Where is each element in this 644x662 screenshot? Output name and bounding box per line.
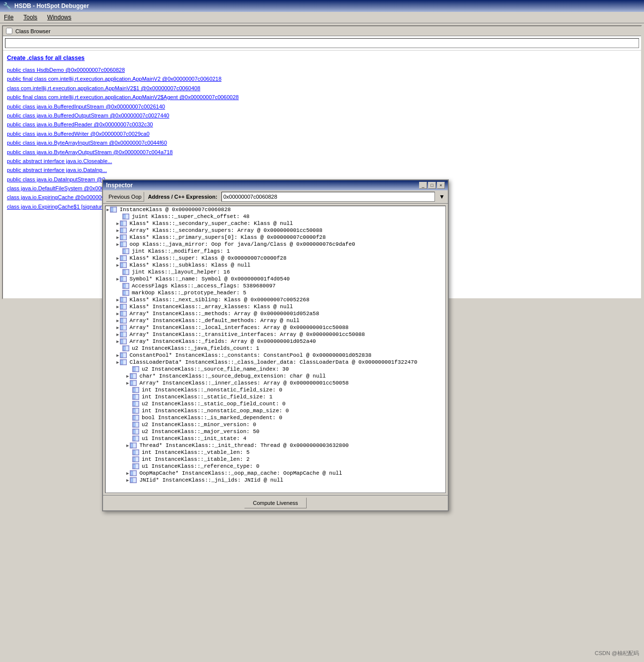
tree-item[interactable]: ▶ Array* InstanceKlass::_local_interface…	[106, 324, 445, 331]
expand-arrow[interactable]: ▶	[116, 242, 119, 247]
tree-item[interactable]: AccessFlags Klass::_access_flags: 538968…	[106, 282, 445, 289]
tree-item[interactable]: int InstanceKlass::_nonstatic_field_size…	[106, 386, 445, 393]
expand-arrow[interactable]: ▶	[116, 332, 119, 337]
dialog-close-btn[interactable]: ×	[437, 182, 445, 189]
menu-windows[interactable]: Windows	[45, 13, 73, 22]
tree-item[interactable]: ▶ ClassLoaderData* InstanceKlass::_class…	[106, 359, 445, 366]
tree-item[interactable]: ▶ Klass* Klass::_super: Klass @ 0x000000…	[106, 255, 445, 262]
expand-arrow[interactable]: ▶	[116, 325, 119, 331]
svg-rect-45	[121, 360, 123, 364]
expand-arrow[interactable]: ▶	[116, 311, 119, 317]
compute-liveness-btn[interactable]: Compute Liveness	[244, 497, 306, 508]
tree-item[interactable]: ▶ Array* InstanceKlass::_fields: Array @…	[106, 338, 445, 345]
tree-item[interactable]: ▶ Array* InstanceKlass::_methods: Array …	[106, 310, 445, 317]
tree-item[interactable]: ▶ Array* InstanceKlass::_transitive_inte…	[106, 331, 445, 338]
expand-arrow[interactable]: ▶	[126, 443, 129, 448]
field-icon	[120, 359, 127, 365]
expand-arrow[interactable]: ▶	[116, 228, 119, 233]
expand-arrow[interactable]: ▶	[116, 297, 119, 303]
tree-item-text: ClassLoaderData* InstanceKlass::_class_l…	[129, 359, 417, 365]
tree-item[interactable]: u2 InstanceKlass::_minor_version: 0	[106, 421, 445, 428]
expand-arrow[interactable]: ▶	[116, 318, 119, 324]
tree-item[interactable]: ▶ char* InstanceKlass::_source_debug_ext…	[106, 373, 445, 380]
tree-item[interactable]: ▶ Thread* InstanceKlass::_init_thread: T…	[106, 442, 445, 449]
tree-item[interactable]: ▶ Symbol* Klass::_name: Symbol @ 0x00000…	[106, 276, 445, 282]
tree-item[interactable]: u1 InstanceKlass::_init_state: 4	[106, 435, 445, 442]
class-link[interactable]: public class java.io.ByteArrayOutputStre…	[7, 149, 637, 156]
class-link[interactable]: class com.intellij.rt.execution.applicat…	[7, 85, 637, 92]
tree-item[interactable]: ▶ JNIid* InstanceKlass::_jni_ids: JNIid …	[106, 477, 445, 484]
tree-item[interactable]: bool InstanceKlass::_is_marked_dependent…	[106, 414, 445, 421]
expand-arrow[interactable]: ▶	[116, 339, 119, 344]
expand-arrow[interactable]: ▶	[116, 304, 119, 310]
tree-item[interactable]: markOop Klass::_prototype_header: 5	[106, 289, 445, 296]
tree-item[interactable]: ▶ Array* InstanceKlass::_default_methods…	[106, 317, 445, 324]
tree-item[interactable]: int InstanceKlass::_itable_len: 2	[106, 456, 445, 463]
class-link[interactable]: public class java.io.ByteArrayInputStrea…	[7, 139, 637, 147]
tree-item[interactable]: ▶ InstanceKlass @ 0x00000007c0060828	[106, 206, 445, 213]
class-link[interactable]: public abstract interface java.io.Closea…	[7, 158, 637, 165]
svg-rect-27	[121, 298, 123, 302]
class-link[interactable]: public final class com.intellij.rt.execu…	[7, 94, 637, 101]
expand-arrow[interactable]: ▶	[116, 263, 119, 268]
expand-arrow[interactable]: ▶	[116, 221, 119, 226]
tree-item[interactable]: u2 InstanceKlass::_java_fields_count: 1	[106, 345, 445, 352]
expand-arrow[interactable]: ▶	[116, 360, 119, 365]
tree-item[interactable]: int InstanceKlass::_static_field_size: 1	[106, 393, 445, 400]
tree-item[interactable]: u1 InstanceKlass::_reference_type: 0	[106, 463, 445, 470]
class-link[interactable]: public final class com.intellij.rt.execu…	[7, 75, 637, 83]
tree-item[interactable]: ▶ oop Klass::_java_mirror: Oop for java/…	[106, 241, 445, 248]
tree-item[interactable]: ▶ Klass* Klass::_subklass: Klass @ null	[106, 262, 445, 269]
tree-item[interactable]: ▶ Klass* InstanceKlass::_array_klasses: …	[106, 303, 445, 310]
tree-item[interactable]: u2 InstanceKlass::_source_file_name_inde…	[106, 366, 445, 373]
class-link[interactable]: public class java.io.BufferedInputStream…	[7, 103, 637, 110]
class-link[interactable]: public class java.io.BufferedOutputStrea…	[7, 112, 637, 119]
tree-item[interactable]: u2 InstanceKlass::_major_version: 50	[106, 428, 445, 435]
expand-arrow[interactable]: ▶	[116, 256, 119, 261]
class-link[interactable]: public class java.io.BufferedReader @0x0…	[7, 121, 637, 128]
menu-file[interactable]: File	[2, 13, 15, 22]
svg-rect-29	[121, 305, 123, 309]
tree-item[interactable]: u2 InstanceKlass::_static_oop_field_coun…	[106, 400, 445, 407]
expand-arrow[interactable]: ▶	[116, 353, 119, 358]
tree-item[interactable]: int InstanceKlass::_nonstatic_oop_map_si…	[106, 407, 445, 414]
tree-item[interactable]: ▶ Klass* Klass::_next_sibling: Klass @ 0…	[106, 296, 445, 303]
dialog-maximize-btn[interactable]: □	[428, 182, 436, 189]
search-input[interactable]	[5, 38, 639, 48]
inspector-tree[interactable]: ▶ InstanceKlass @ 0x00000007c0060828 jui…	[105, 206, 446, 493]
tree-item[interactable]: jint Klass::_modifier_flags: 1	[106, 248, 445, 255]
dialog-minimize-btn[interactable]: _	[419, 182, 427, 189]
expand-arrow[interactable]: ▶	[126, 478, 129, 483]
svg-rect-9	[121, 235, 123, 239]
tree-item[interactable]: int InstanceKlass::_vtable_len: 5	[106, 449, 445, 456]
menu-tools[interactable]: Tools	[21, 13, 39, 22]
address-input[interactable]	[221, 192, 435, 202]
expand-arrow[interactable]: ▶	[126, 381, 129, 386]
tree-item[interactable]: jint Klass::_layout_helper: 16	[106, 269, 445, 276]
class-link[interactable]: public class java.io.BufferedWriter @0x0…	[7, 130, 637, 138]
svg-rect-73	[133, 457, 135, 461]
tree-item[interactable]: ▶ Klass* Klass::_secondary_super_cache: …	[106, 220, 445, 227]
tree-item[interactable]: juint Klass::_super_check_offset: 48	[106, 213, 445, 220]
expand-arrow[interactable]: ▶	[107, 207, 109, 213]
tree-item-text: u2 InstanceKlass::_minor_version: 0	[142, 422, 256, 428]
svg-rect-55	[133, 395, 135, 399]
class-link[interactable]: public abstract interface java.io.DataIn…	[7, 166, 637, 174]
svg-rect-79	[131, 478, 133, 482]
tree-item[interactable]: ▶ OopMapCache* InstanceKlass::_oop_map_c…	[106, 470, 445, 477]
class-browser-checkbox[interactable]	[6, 28, 12, 34]
tree-item[interactable]: ▶ Klass* Klass::_primary_supers[0]: Klas…	[106, 234, 445, 241]
tree-item[interactable]: ▶ ConstantPool* InstanceKlass::_constant…	[106, 352, 445, 359]
tree-item[interactable]: ▶ Array* Klass::_secondary_supers: Array…	[106, 227, 445, 234]
expand-arrow[interactable]: ▶	[116, 276, 119, 282]
expand-arrow[interactable]: ▶	[116, 235, 119, 240]
dropdown-arrow[interactable]: ▼	[439, 193, 445, 200]
expand-arrow[interactable]: ▶	[126, 374, 129, 379]
class-link[interactable]: public class HsdbDemo @0x00000007c006082…	[7, 66, 637, 74]
tree-item[interactable]: ▶ Array* InstanceKlass::_inner_classes: …	[106, 380, 445, 386]
create-class-link[interactable]: Create .class for all classes	[7, 55, 637, 61]
prev-oop-btn[interactable]: Previous Oop	[106, 192, 144, 202]
svg-rect-37	[121, 332, 123, 336]
expand-arrow[interactable]: ▶	[126, 471, 129, 476]
dialog-title: Inspector	[106, 182, 133, 189]
